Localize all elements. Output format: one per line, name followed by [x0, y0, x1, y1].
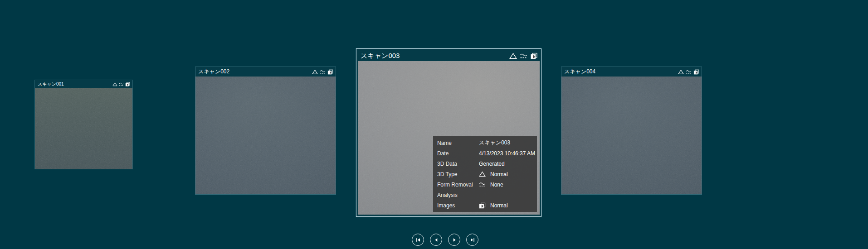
scan-card-004[interactable]: スキャン004	[561, 67, 702, 195]
scan-card-001[interactable]: スキャン001	[34, 80, 133, 169]
card-titlebar: スキャン004	[561, 67, 702, 77]
info-label: Form Removal	[437, 182, 479, 188]
info-value: Normal	[490, 202, 508, 209]
info-value: スキャン003	[479, 139, 510, 147]
scan-gallery: スキャン001 スキャン002 スキャン003	[0, 0, 868, 249]
previous-button[interactable]	[430, 234, 442, 246]
card-status-icons	[509, 53, 538, 59]
form-removal-icon	[479, 182, 487, 187]
info-label: Date	[437, 150, 479, 157]
scan-thumbnail: Name スキャン003 Date 4/13/2023 10:46:37 AM …	[358, 61, 540, 215]
images-icon	[479, 202, 487, 209]
noise-texture	[35, 88, 132, 169]
3d-type-triangle-icon	[678, 69, 684, 75]
scan-thumbnail	[561, 77, 702, 194]
info-row-date: Date 4/13/2023 10:46:37 AM	[433, 148, 537, 158]
info-value: 4/13/2023 10:46:37 AM	[479, 150, 535, 157]
card-titlebar: スキャン002	[195, 67, 336, 77]
card-status-icons	[678, 69, 699, 75]
skip-to-last-icon	[469, 237, 476, 243]
info-row-name: Name スキャン003	[433, 138, 537, 148]
3d-type-triangle-icon	[509, 53, 517, 59]
info-value: None	[490, 182, 503, 188]
info-row-form-removal: Form Removal None	[433, 179, 537, 190]
info-row-3d-type: 3D Type Normal	[433, 169, 537, 179]
info-label: Analysis	[437, 192, 479, 198]
skip-to-first-icon	[415, 237, 421, 243]
card-status-icons	[112, 82, 130, 86]
triangle-icon	[479, 171, 487, 177]
first-button[interactable]	[412, 234, 424, 246]
scan-card-003-selected[interactable]: スキャン003 Name スキャン003 Date 4/13/2023 10:4…	[356, 48, 541, 217]
info-row-analysis: Analysis	[433, 190, 537, 200]
info-value: Normal	[490, 171, 508, 177]
scan-title: スキャン004	[564, 68, 595, 76]
info-label: Name	[437, 140, 479, 146]
info-value: Generated	[479, 161, 505, 167]
scan-thumbnail	[35, 88, 132, 169]
images-icon	[530, 53, 538, 59]
form-removal-icon	[119, 82, 124, 86]
card-status-icons	[312, 69, 333, 75]
scan-thumbnail	[195, 77, 336, 194]
scan-card-002[interactable]: スキャン002	[195, 67, 336, 195]
scan-title: スキャン001	[38, 81, 64, 87]
noise-texture	[195, 77, 336, 194]
images-icon	[125, 82, 130, 86]
form-removal-icon	[520, 53, 527, 59]
scan-title: スキャン002	[198, 68, 229, 76]
previous-arrow-icon	[433, 237, 439, 243]
card-titlebar: スキャン003	[358, 50, 540, 61]
3d-type-triangle-icon	[112, 82, 117, 86]
info-row-3d-data: 3D Data Generated	[433, 158, 537, 169]
info-label: 3D Data	[437, 161, 479, 167]
3d-type-triangle-icon	[312, 69, 318, 75]
images-icon	[327, 69, 333, 75]
next-arrow-icon	[451, 237, 458, 243]
carousel-navigation	[412, 234, 478, 246]
scan-title: スキャン003	[361, 52, 400, 60]
info-label: Images	[437, 202, 479, 209]
form-removal-icon	[320, 69, 326, 75]
form-removal-icon	[686, 69, 692, 75]
next-button[interactable]	[448, 234, 460, 246]
images-icon	[693, 69, 699, 75]
card-titlebar: スキャン001	[35, 80, 132, 88]
scan-info-panel: Name スキャン003 Date 4/13/2023 10:46:37 AM …	[433, 136, 537, 212]
last-button[interactable]	[466, 234, 478, 246]
info-row-images: Images Normal	[433, 200, 537, 211]
noise-texture	[561, 77, 702, 194]
info-label: 3D Type	[437, 171, 479, 177]
